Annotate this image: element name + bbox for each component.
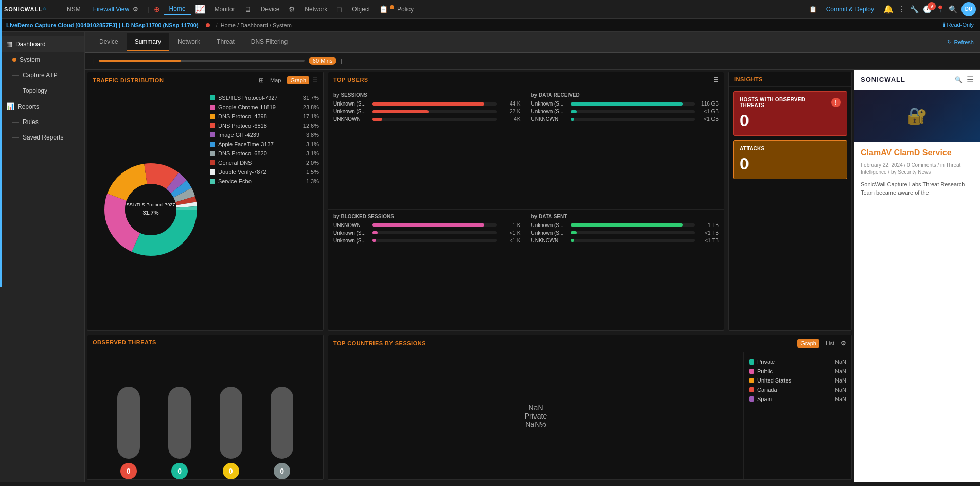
data-sent-section: by DATA SENT Unknown (S... 1 TB Unknown … [526, 210, 724, 331]
countries-header: TOP COUNTRIES BY SESSIONS Graph List ⚙ [328, 335, 851, 352]
threat-circle-0: 0 [120, 463, 137, 479]
user-avatar[interactable]: DU [961, 2, 976, 16]
country-dot-us [749, 378, 754, 383]
observed-header: OBSERVED THREATS [87, 335, 323, 350]
grid-icon[interactable]: ⊞ [259, 77, 264, 84]
clock-icon[interactable]: 🕐9 [923, 5, 932, 13]
nav-network[interactable]: Network [299, 4, 332, 15]
country-row-us: United States NaN [749, 376, 846, 385]
nav-right-actions: 📋 Commit & Deploy 🔔 ⋮ 🔧 🕐9 📍 🔍 DU [809, 2, 976, 16]
time-slider[interactable] [99, 60, 305, 62]
session-bar-0 [372, 102, 484, 106]
data-sent-bar-1 [571, 231, 577, 234]
attacks-card-header: ATTACKS [740, 146, 841, 151]
breadcrumb-sep: / [216, 22, 218, 28]
tab-network[interactable]: Network [169, 33, 208, 51]
blog-search-icon[interactable]: 🔍 [955, 76, 963, 83]
content-area: Device Summary Network Threat DNS Filter… [85, 32, 980, 482]
session-row-0: Unknown (S... 44 K [333, 101, 521, 107]
traffic-graph-btn[interactable]: Graph [287, 76, 309, 84]
data-sent-bar-2 [571, 239, 574, 242]
blog-excerpt: SonicWall Capture Labs Threat Research T… [861, 180, 974, 197]
tools-icon[interactable]: 🔧 [910, 5, 919, 13]
sidebar-system-label: System [20, 56, 40, 63]
traffic-controls: ⊞ Map Graph ☰ [259, 76, 318, 84]
sidebar-item-saved-reports[interactable]: — Saved Reports [0, 130, 84, 145]
blocked-bar-2 [372, 239, 376, 242]
nav-device[interactable]: Device [256, 4, 285, 15]
threat-bar-col-0: 0 [117, 387, 140, 479]
countries-graph-btn[interactable]: Graph [797, 339, 819, 348]
tab-device[interactable]: Device [91, 33, 127, 51]
top-navigation: SONICWALL ® NSM Firewall View ⚙ | ⊕ Home… [0, 0, 980, 19]
nav-object[interactable]: Object [347, 4, 375, 15]
sidebar-reports-label: Reports [17, 103, 39, 110]
sidebar-item-dashboard[interactable]: ▦ Dashboard [0, 36, 84, 52]
observed-title: OBSERVED THREATS [93, 339, 318, 345]
notification-icon[interactable]: 🔔 [883, 4, 894, 14]
menu-dots-icon[interactable]: ⋮ [898, 4, 906, 14]
time-start: | [93, 58, 95, 64]
traffic-legend: SSL/TLS Protocol-7927 31.7% Google Chrom… [210, 93, 319, 326]
tab-threat[interactable]: Threat [208, 33, 243, 51]
data-received-label: by DATA RECEIVED [531, 92, 719, 98]
alert-icon: ⊕ [154, 5, 160, 13]
tab-summary[interactable]: Summary [127, 33, 169, 51]
dashboard-icon: ▦ [6, 40, 12, 48]
nav-monitor[interactable]: Monitor [209, 4, 240, 15]
nav-nsm[interactable]: NSM [62, 4, 86, 15]
traffic-content: SSL/TLS Protocol-7927 31.7% SSL/TLS Prot… [87, 89, 323, 330]
threat-bar-col-2: 0 [220, 387, 242, 479]
connection-status-dot [206, 23, 210, 27]
location-icon[interactable]: 📍 [936, 5, 945, 13]
hosts-threats-card[interactable]: HOSTS WITH OBSERVED THREATS ! 0 [733, 91, 847, 136]
blocked-label: by BLOCKED SESSIONS [333, 214, 521, 219]
device-icon: 🖥 [244, 5, 252, 13]
legend-item-9: Service Echo 1.3% [210, 177, 319, 186]
search-icon[interactable]: 🔍 [949, 5, 957, 13]
nav-home[interactable]: Home [164, 3, 191, 15]
data-sent-label: by DATA SENT [531, 214, 719, 219]
attacks-card[interactable]: ATTACKS 0 [733, 140, 847, 179]
blog-header: SONICWALL 🔍 ☰ [854, 70, 980, 90]
blocked-bar-1 [372, 231, 378, 234]
traffic-menu-icon[interactable]: ☰ [312, 77, 318, 84]
commit-icon: 📋 [809, 6, 817, 13]
top-countries-widget: TOP COUNTRIES BY SESSIONS Graph List ⚙ [328, 335, 852, 480]
sidebar-topology-label: Topology [23, 87, 47, 94]
traffic-widget-header: TRAFFIC DISTRIBUTION ⊞ Map Graph ☰ [87, 72, 323, 89]
top-users-menu-icon[interactable]: ☰ [713, 76, 719, 83]
legend-item-1: Google Chrome-11819 23.8% [210, 102, 319, 112]
main-layout: ▦ Dashboard System — Capture ATP — Topol… [0, 32, 980, 482]
session-bar-1 [372, 110, 429, 113]
device-label: LiveDemo Capture Cloud [0040102857F3] | … [6, 22, 199, 28]
legend-dot-9 [210, 179, 215, 184]
nav-firewall-view[interactable]: Firewall View ⚙ [88, 4, 144, 15]
settings-icon[interactable]: ⚙ [133, 6, 138, 13]
map-label-area: NaN Private NaN% [525, 404, 547, 428]
commit-deploy-btn[interactable]: Commit & Deploy [821, 4, 879, 15]
sidebar-dashboard-label: Dashboard [15, 41, 46, 48]
countries-settings-icon[interactable]: ⚙ [841, 340, 846, 347]
blog-content: ClamAV ClamD Service February 22, 2024 /… [854, 142, 980, 203]
data-sent-bar-0 [571, 223, 683, 227]
policy-icon: 📋 [379, 5, 388, 13]
sidebar-item-system[interactable]: System [0, 52, 84, 67]
traffic-map-btn[interactable]: Map [267, 76, 284, 84]
read-only-badge: ℹ Read-Only [943, 22, 974, 28]
hosts-card-header: HOSTS WITH OBSERVED THREATS ! [740, 97, 841, 108]
tabs-bar: Device Summary Network Threat DNS Filter… [85, 32, 980, 53]
sidebar-item-reports[interactable]: 📊 Reports [0, 98, 84, 114]
tab-dns-filtering[interactable]: DNS Filtering [243, 33, 296, 51]
refresh-button[interactable]: ↻ Refresh [947, 39, 974, 45]
sidebar-item-capture-atp[interactable]: — Capture ATP [0, 67, 84, 83]
nav-policy[interactable]: Policy [392, 4, 419, 15]
sidebar-item-rules[interactable]: — Rules [0, 114, 84, 130]
countries-list-btn[interactable]: List [823, 339, 838, 348]
blog-menu-icon[interactable]: ☰ [967, 75, 974, 84]
chart-icon: 📈 [195, 4, 205, 14]
sidebar-item-topology[interactable]: — Topology [0, 83, 84, 98]
sidebar: ▦ Dashboard System — Capture ATP — Topol… [0, 32, 85, 482]
blog-image: 🔐 [854, 90, 980, 142]
traffic-distribution-widget: TRAFFIC DISTRIBUTION ⊞ Map Graph ☰ [87, 72, 324, 331]
